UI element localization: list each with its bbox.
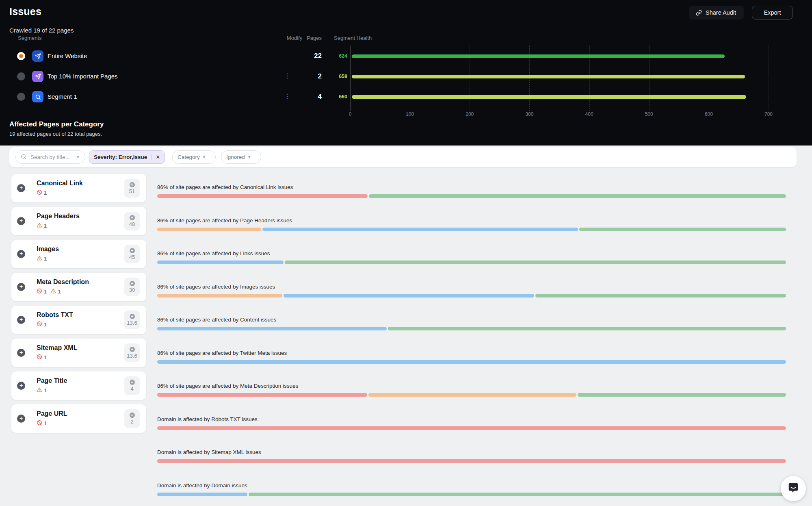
search-input-pill[interactable]: ▾ (15, 150, 85, 164)
warning-icon (37, 387, 42, 394)
affected-row-label: 86% of site pages are affected by Page H… (157, 217, 786, 224)
ignored-filter-label: Ignored (226, 154, 245, 160)
send-icon (32, 50, 43, 62)
expand-category-button[interactable]: + (17, 217, 25, 225)
affected-row: Domain is affected by Sitemap XML issues (157, 449, 786, 455)
expand-category-button[interactable]: + (17, 349, 25, 357)
export-button[interactable]: Export (752, 6, 793, 20)
error-count-value: 1 (44, 354, 47, 360)
segment-radio[interactable] (17, 52, 25, 60)
affected-pages-title: Affected Pages per Category (9, 120, 104, 128)
chat-launcher-button[interactable] (781, 476, 806, 501)
affected-row: 86% of site pages are affected by Canoni… (157, 184, 786, 190)
affected-row-bar (157, 327, 786, 330)
severity-filter-chip[interactable]: Severity: Error,Issue ✕ (89, 150, 165, 164)
expand-category-button[interactable]: + (17, 316, 25, 324)
category-score-button[interactable]: +13.6 (124, 343, 140, 362)
send-icon (32, 71, 43, 82)
category-score-value: 30 (129, 287, 135, 293)
bar-segment-warning (157, 228, 261, 231)
segment-row: Entire Website22624 (0, 50, 812, 62)
category-card[interactable]: +Canonical Link1+51 (11, 174, 146, 202)
category-title: Robots TXT (37, 311, 73, 319)
category-score-button[interactable]: +13.6 (124, 311, 140, 329)
category-score-button[interactable]: +48 (124, 212, 140, 230)
bar-segment-notice (157, 327, 387, 330)
kebab-menu-icon[interactable]: ⋮ (283, 72, 291, 80)
axis-tick-label: 400 (585, 111, 593, 117)
plus-circle-icon: + (130, 347, 135, 352)
warning-count-value: 1 (44, 256, 47, 262)
category-score-button[interactable]: +4 (124, 376, 140, 395)
plus-circle-icon: + (130, 314, 135, 319)
expand-category-button[interactable]: + (17, 382, 25, 390)
category-card[interactable]: +Page URL1+2 (11, 404, 146, 433)
expand-category-button[interactable]: + (17, 184, 25, 192)
category-score-button[interactable]: +51 (124, 179, 140, 198)
affected-row: Domain is affected by Robots TXT issues (157, 416, 786, 422)
crawl-status: Crawled 19 of 22 pages (9, 27, 74, 34)
segments-column-header: Segments (18, 35, 42, 41)
category-title: Page URL (37, 410, 67, 417)
category-card[interactable]: +Meta Description11+30 (11, 273, 146, 301)
category-severity-counts: 1 (37, 354, 47, 361)
error-count: 1 (37, 321, 47, 328)
segment-health-value: 660 (323, 94, 347, 100)
expand-category-button[interactable]: + (17, 250, 25, 258)
category-title: Images (37, 245, 59, 253)
category-severity-counts: 1 (37, 222, 47, 229)
expand-category-button[interactable]: + (17, 415, 25, 423)
affected-row-bar (157, 393, 786, 397)
category-score-value: 13.6 (127, 353, 137, 359)
category-score-button[interactable]: +2 (124, 409, 140, 428)
category-card[interactable]: +Sitemap XML1+13.6 (11, 339, 146, 367)
affected-row-bar (157, 228, 786, 231)
plus-circle-icon: + (130, 248, 135, 253)
category-score-button[interactable]: +45 (124, 245, 140, 263)
segment-health-column-header: Segment Health (334, 35, 372, 41)
expand-category-button[interactable]: + (17, 283, 25, 291)
segment-health-bar (352, 54, 725, 58)
prohibited-icon (37, 189, 42, 196)
remove-severity-filter-icon[interactable]: ✕ (151, 154, 160, 160)
search-input[interactable] (30, 154, 74, 161)
category-card[interactable]: +Page Title1+4 (11, 371, 146, 400)
segment-pages-count: 4 (300, 93, 322, 101)
category-severity-counts: 11 (37, 288, 61, 295)
chevron-down-icon: ▾ (77, 154, 79, 160)
affected-row-label: 86% of site pages are affected by Meta D… (157, 383, 786, 389)
category-filter-dropdown[interactable]: Category ▾ (172, 150, 216, 164)
category-score-button[interactable]: +30 (124, 278, 140, 296)
bar-segment-healthy (388, 327, 786, 330)
affected-row-label: 86% of site pages are affected by Links … (157, 250, 786, 256)
category-card[interactable]: +Page Headers1+48 (11, 207, 146, 235)
category-filter-label: Category (178, 154, 200, 160)
error-count: 1 (37, 288, 47, 295)
warning-count: 1 (50, 288, 61, 295)
category-severity-counts: 1 (37, 387, 47, 394)
affected-row-bar (157, 194, 786, 198)
segment-health-value: 624 (323, 53, 347, 59)
segment-health-bar (352, 75, 745, 78)
category-title: Canonical Link (37, 180, 83, 187)
bar-segment-error (157, 426, 786, 430)
bar-segment-warning (368, 393, 576, 397)
warning-count-value: 1 (44, 223, 47, 229)
affected-row-label: 86% of site pages are affected by Conten… (157, 317, 786, 323)
ignored-filter-dropdown[interactable]: Ignored ▾ (221, 150, 261, 164)
kebab-menu-icon[interactable]: ⋮ (283, 92, 291, 100)
warning-count-value: 1 (44, 387, 47, 393)
segment-row: Segment 1⋮4660 (0, 91, 812, 102)
category-card[interactable]: +Robots TXT1+13.6 (11, 306, 146, 334)
segment-radio[interactable] (17, 93, 25, 101)
segment-radio[interactable] (17, 72, 25, 80)
category-card[interactable]: +Images1+45 (11, 240, 146, 268)
issues-panel: ▾ Severity: Error,Issue ✕ Category ▾ Ign… (0, 146, 812, 506)
bar-segment-notice (284, 294, 534, 298)
affected-row-bar (157, 459, 786, 463)
share-audit-button[interactable]: Share Audit (689, 6, 744, 20)
plus-circle-icon: + (130, 413, 135, 418)
plus-circle-icon: + (130, 380, 135, 385)
category-title: Sitemap XML (37, 344, 77, 352)
bar-segment-healthy (535, 294, 786, 298)
